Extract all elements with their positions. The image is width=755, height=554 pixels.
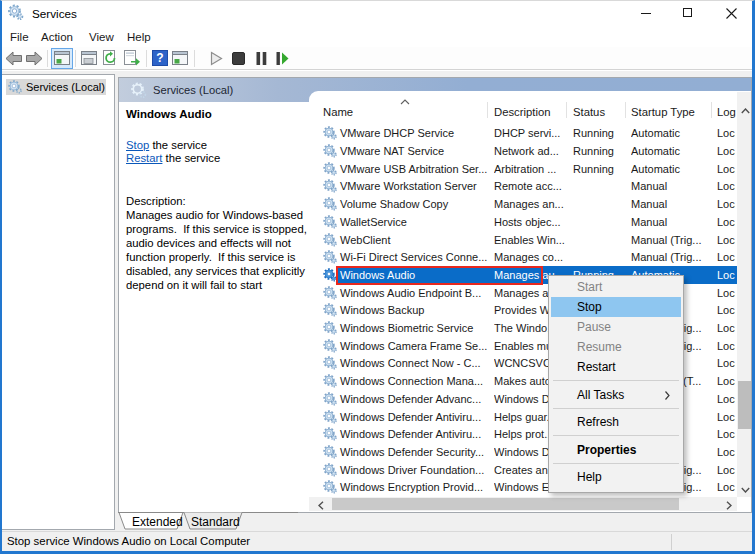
svg-text:?: ? (156, 51, 163, 65)
svg-text:Standard: Standard (191, 515, 240, 529)
svg-text:Extended: Extended (132, 515, 183, 529)
